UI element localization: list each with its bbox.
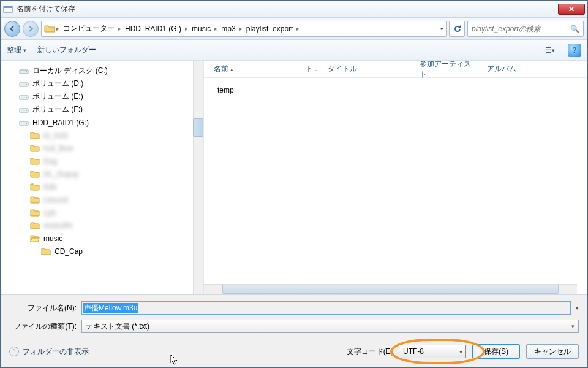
folder-icon — [30, 208, 40, 218]
filetype-select[interactable]: テキスト文書 (*.txt) ▾ — [81, 320, 579, 333]
tree-node[interactable]: Lbound — [19, 193, 203, 206]
tree-node-label: hull_Bow — [43, 144, 74, 153]
chevron-right-icon: ▸ — [214, 25, 217, 32]
tree-node[interactable]: ローカル ディスク (C:) — [19, 64, 203, 77]
cursor-icon — [170, 354, 179, 366]
tree-node[interactable]: Kdb — [19, 180, 203, 193]
breadcrumb-item[interactable]: コンピューター — [61, 23, 117, 34]
back-button[interactable] — [4, 21, 20, 37]
chevron-right-icon: ▸ — [185, 25, 188, 32]
tree-node-label: bt_hold — [43, 131, 67, 140]
svg-point-5 — [26, 84, 27, 85]
tree-node-label: mmkxRh — [43, 221, 72, 230]
tree-node[interactable]: music — [19, 232, 203, 245]
folder-icon — [30, 195, 40, 205]
view-options-button[interactable]: ☰ ▾ — [543, 44, 557, 57]
col-name[interactable]: 名前 ▴ — [209, 64, 301, 74]
folder-tree[interactable]: ローカル ディスク (C:)ボリューム (D:)ボリューム (E:)ボリューム … — [1, 61, 204, 294]
col-artist[interactable]: 参加アーティスト — [415, 61, 482, 80]
filename-input[interactable]: 声優Mellow.m3u — [81, 301, 571, 315]
tree-node[interactable]: Dog — [19, 155, 203, 167]
close-button[interactable]: ✕ — [558, 4, 585, 15]
tree-node[interactable]: hull_Bow — [19, 142, 203, 155]
scrollbar-thumb[interactable] — [222, 285, 559, 294]
svg-point-3 — [26, 71, 27, 72]
drive-icon — [19, 79, 29, 89]
dropdown-icon: ▾ — [571, 323, 575, 329]
breadcrumb-item[interactable]: HDD_RAID1 (G:) — [123, 25, 184, 33]
tree-node[interactable]: CD_Cap — [19, 245, 203, 258]
tree-node[interactable]: HL_Dopop — [19, 167, 203, 180]
breadcrumb-item[interactable]: playlist_export — [244, 25, 296, 33]
drive-icon — [19, 118, 29, 128]
organize-menu[interactable]: 整理 ▾ — [7, 45, 26, 55]
drive-icon — [19, 66, 29, 76]
tree-node-label: ボリューム (D:) — [32, 79, 83, 89]
tree-node[interactable]: HDD_RAID1 (G:) — [19, 116, 203, 129]
col-title[interactable]: タイトル — [323, 64, 415, 74]
col-track[interactable]: ト... — [301, 64, 323, 74]
titlebar: 名前を付けて保存 ✕ — [1, 1, 587, 18]
filetype-value: テキスト文書 (*.txt) — [86, 321, 149, 332]
list-item[interactable]: temp — [209, 83, 582, 98]
tree-node[interactable]: ボリューム (E:) — [19, 90, 203, 103]
folder-icon — [41, 247, 51, 256]
tree-node[interactable]: Lpb — [19, 206, 203, 219]
file-list[interactable]: temp — [204, 78, 587, 284]
encoding-value: UTF-8 — [403, 347, 424, 356]
svg-rect-1 — [4, 6, 12, 8]
tree-node-label: HL_Dopop — [43, 170, 78, 178]
refresh-button[interactable] — [449, 21, 465, 37]
folder-icon — [30, 221, 40, 231]
folder-icon — [30, 169, 40, 179]
folder-icon — [30, 182, 40, 192]
folder-open-icon — [30, 234, 40, 243]
tree-node[interactable]: bt_hold — [19, 129, 203, 142]
tree-node[interactable]: ボリューム (D:) — [19, 77, 203, 90]
dropdown-icon[interactable]: ▾ — [576, 305, 579, 311]
chevron-right-icon: ▸ — [56, 25, 59, 32]
file-list-pane: 名前 ▴ ト... タイトル 参加アーティスト アルバム temp — [204, 61, 587, 294]
svg-point-11 — [26, 123, 27, 124]
folder-icon — [30, 131, 40, 140]
scrollbar-vertical[interactable] — [193, 61, 203, 294]
breadcrumb[interactable]: ▸ コンピューター▸ HDD_RAID1 (G:)▸ music▸ mp3▸ p… — [41, 21, 447, 37]
tree-node-label: music — [43, 234, 62, 243]
help-icon[interactable]: ? — [568, 44, 581, 57]
tree-node-label: HDD_RAID1 (G:) — [32, 118, 89, 127]
scrollbar-horizontal[interactable] — [204, 284, 577, 294]
cancel-button[interactable]: キャンセル — [526, 344, 579, 359]
tree-node-label: ローカル ディスク (C:) — [32, 66, 108, 76]
folder-icon — [44, 23, 55, 34]
chevron-right-icon: ▸ — [118, 25, 121, 32]
drive-icon — [19, 105, 29, 115]
dropdown-icon[interactable]: ▾ — [440, 26, 443, 32]
col-album[interactable]: アルバム — [482, 64, 525, 74]
save-button[interactable]: 保存(S) — [472, 344, 520, 359]
scrollbar-thumb[interactable] — [193, 118, 203, 137]
chevron-right-icon: ▸ — [239, 25, 243, 32]
svg-point-9 — [26, 110, 27, 111]
tree-node-label: Lbound — [43, 196, 68, 204]
search-input[interactable] — [472, 25, 570, 33]
svg-point-7 — [26, 97, 27, 98]
tree-node-label: Lpb — [43, 209, 56, 217]
encoding-label: 文字コード(E): — [347, 347, 395, 357]
new-folder-button[interactable]: 新しいフォルダー — [37, 45, 96, 55]
hide-folders-toggle[interactable]: ⌃ フォルダーの非表示 — [9, 347, 89, 357]
tree-node[interactable]: ボリューム (F:) — [19, 103, 203, 116]
toolbar: 整理 ▾ 新しいフォルダー ☰ ▾ ? — [1, 40, 587, 61]
dialog-footer: ⌃ フォルダーの非表示 文字コード(E): UTF-8 保存(S) キャンセル — [1, 339, 587, 367]
navbar: ▸ コンピューター▸ HDD_RAID1 (G:)▸ music▸ mp3▸ p… — [1, 18, 587, 40]
breadcrumb-item[interactable]: music — [189, 25, 213, 33]
column-headers[interactable]: 名前 ▴ ト... タイトル 参加アーティスト アルバム — [204, 61, 587, 78]
forward-button[interactable] — [23, 21, 39, 37]
encoding-select[interactable]: UTF-8 — [399, 345, 466, 358]
drive-icon — [19, 92, 29, 102]
search-icon[interactable]: 🔍 — [570, 25, 579, 33]
search-box[interactable]: 🔍 — [467, 21, 584, 37]
breadcrumb-item[interactable]: mp3 — [219, 25, 238, 33]
tree-node-label: Dog — [43, 157, 57, 166]
tree-node[interactable]: mmkxRh — [19, 219, 203, 232]
folder-icon — [30, 156, 40, 166]
